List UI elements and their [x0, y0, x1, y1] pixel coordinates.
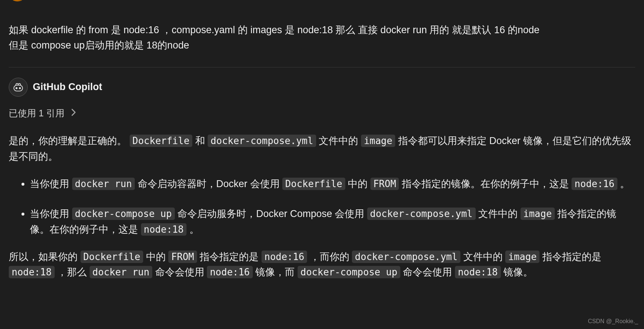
code-image: image: [521, 208, 555, 220]
code-dockerfile: Dockerfile: [282, 178, 345, 190]
watermark-text: CSDN @_Rookie._: [588, 316, 638, 326]
code-compose-yml: docker-compose.yml: [208, 135, 316, 147]
code-node16: node:16: [207, 266, 253, 278]
code-docker-run: docker run: [90, 266, 153, 278]
code-compose-up: docker-compose up: [72, 208, 175, 220]
reference-toggle[interactable]: 已使用 1 引用: [9, 105, 635, 121]
code-image: image: [361, 135, 395, 147]
code-node16: node:16: [572, 178, 617, 190]
bullet-list: 当你使用 docker run 命令启动容器时，Docker 会使用 Docke…: [9, 176, 635, 237]
user-message-section: 如果 dockerfile 的 from 是 node:16 ，compose.…: [9, 0, 635, 67]
copilot-response-body: 是的，你的理解是正确的。 Dockerfile 和 docker-compose…: [9, 133, 635, 280]
svg-point-2: [19, 88, 20, 89]
copilot-name-label: GitHub Copilot: [33, 79, 102, 96]
code-compose-up: docker-compose up: [298, 266, 400, 278]
code-node18: node:18: [9, 266, 55, 278]
code-compose-yml: docker-compose.yml: [352, 251, 460, 263]
intro-paragraph: 是的，你的理解是正确的。 Dockerfile 和 docker-compose…: [9, 133, 635, 164]
code-dockerfile: Dockerfile: [80, 251, 144, 263]
svg-rect-0: [14, 85, 23, 91]
list-item: 当你使用 docker-compose up 命令启动服务时，Docker Co…: [30, 206, 635, 237]
user-avatar: [9, 0, 26, 4]
conclusion-paragraph: 所以，如果你的 Dockerfile 中的 FROM 指令指定的是 node:1…: [9, 249, 635, 280]
reference-label: 已使用 1 引用: [9, 105, 64, 121]
svg-point-1: [16, 88, 17, 89]
copilot-avatar-icon: [9, 78, 28, 97]
list-item: 当你使用 docker run 命令启动容器时，Docker 会使用 Docke…: [30, 176, 635, 192]
copilot-response-section: GitHub Copilot 已使用 1 引用 是的，你的理解是正确的。 Doc…: [9, 67, 635, 280]
code-from: FROM: [370, 178, 399, 190]
copilot-header: GitHub Copilot: [9, 78, 635, 97]
code-node18: node:18: [455, 266, 501, 278]
user-line1: 如果 dockerfile 的 from 是 node:16 ，compose.…: [9, 24, 539, 35]
code-dockerfile: Dockerfile: [130, 135, 193, 147]
code-node18: node:18: [141, 223, 187, 236]
chevron-right-icon: [71, 105, 76, 121]
code-docker-run: docker run: [72, 178, 135, 190]
code-from: FROM: [168, 251, 197, 263]
code-node16: node:16: [262, 251, 307, 263]
code-compose-yml: docker-compose.yml: [367, 208, 476, 220]
code-image: image: [505, 251, 539, 263]
user-message-text: 如果 dockerfile 的 from 是 node:16 ，compose.…: [9, 23, 635, 53]
user-line2: 但是 compose up启动用的就是 18的node: [9, 40, 189, 51]
